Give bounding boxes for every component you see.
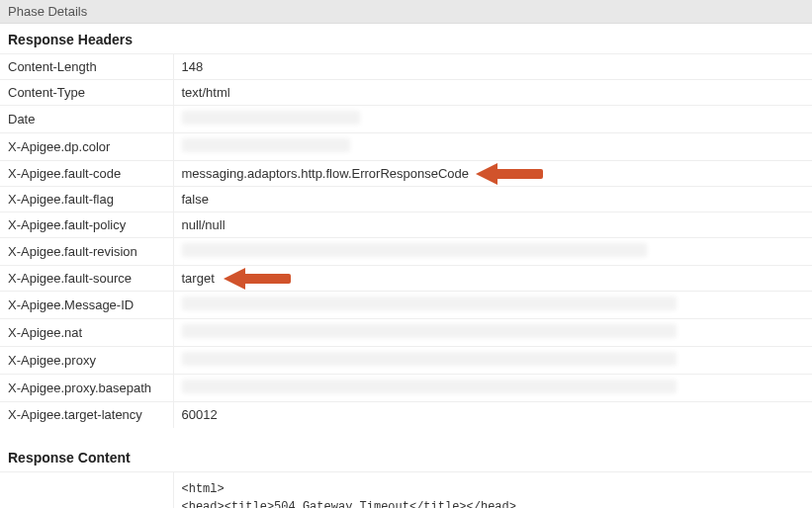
header-key: X-Apigee.fault-policy — [0, 212, 173, 238]
header-value: text/html — [173, 80, 812, 106]
phase-details-header: Phase Details — [0, 0, 812, 24]
header-row: X-Apigee.proxy — [0, 347, 812, 375]
header-value — [173, 375, 812, 402]
header-key: X-Apigee.nat — [0, 319, 173, 347]
redacted-value — [182, 243, 647, 257]
redacted-value — [182, 111, 360, 125]
header-key: X-Apigee.target-latency — [0, 402, 173, 428]
body-value-cell: <html> <head><title>504 Gateway Timeout<… — [173, 471, 812, 508]
header-key: Date — [0, 106, 173, 133]
header-key: X-Apigee.fault-flag — [0, 187, 173, 212]
svg-rect-1 — [496, 169, 543, 179]
svg-marker-0 — [476, 163, 497, 185]
header-key: X-Apigee.proxy.basepath — [0, 375, 173, 402]
redacted-value — [182, 352, 677, 366]
header-key: Content-Type — [0, 80, 173, 106]
header-value — [173, 106, 812, 133]
callout-arrow-icon — [476, 161, 545, 187]
response-headers-table: Content-Length148Content-Typetext/htmlDa… — [0, 53, 812, 428]
phase-details-title: Phase Details — [8, 4, 87, 19]
response-content-title: Response Content — [0, 442, 812, 471]
body-row: Body <html> <head><title>504 Gateway Tim… — [0, 471, 812, 508]
header-key: X-Apigee.dp.color — [0, 133, 173, 161]
header-value: messaging.adaptors.http.flow.ErrorRespon… — [173, 161, 812, 187]
redacted-value — [182, 380, 677, 393]
redacted-value — [182, 296, 677, 310]
header-value — [173, 133, 812, 161]
svg-rect-3 — [243, 274, 291, 284]
header-value — [173, 347, 812, 375]
header-row: X-Apigee.target-latency60012 — [0, 402, 812, 428]
header-row: X-Apigee.fault-sourcetarget — [0, 266, 812, 292]
redacted-value — [182, 324, 677, 338]
header-row: X-Apigee.nat — [0, 319, 812, 347]
response-content-table: Body <html> <head><title>504 Gateway Tim… — [0, 471, 812, 509]
header-value: false — [173, 187, 812, 212]
header-row: Content-Typetext/html — [0, 80, 812, 106]
header-row: X-Apigee.fault-flagfalse — [0, 187, 812, 212]
body-content: <html> <head><title>504 Gateway Timeout<… — [182, 480, 805, 509]
header-row: Content-Length148 — [0, 54, 812, 80]
header-row: X-Apigee.fault-codemessaging.adaptors.ht… — [0, 161, 812, 187]
header-value: target — [173, 266, 812, 292]
header-row: X-Apigee.proxy.basepath — [0, 375, 812, 402]
callout-arrow-icon — [224, 266, 293, 292]
header-value: 60012 — [173, 402, 812, 428]
header-row: X-Apigee.fault-policynull/null — [0, 212, 812, 238]
header-key: Content-Length — [0, 54, 173, 80]
redacted-value — [182, 138, 350, 152]
header-value — [173, 319, 812, 347]
header-key: X-Apigee.proxy — [0, 347, 173, 375]
header-value-text: text/html — [182, 85, 230, 100]
header-value-text: target — [182, 271, 215, 286]
header-value — [173, 238, 812, 266]
header-value-text: null/null — [182, 217, 226, 232]
header-key: X-Apigee.fault-revision — [0, 238, 173, 266]
svg-marker-2 — [224, 268, 245, 290]
header-value: 148 — [173, 54, 812, 80]
header-row: X-Apigee.Message-ID — [0, 292, 812, 319]
header-value-text: 148 — [182, 59, 204, 74]
header-key: X-Apigee.fault-code — [0, 161, 173, 187]
header-value-text: messaging.adaptors.http.flow.ErrorRespon… — [182, 166, 470, 181]
header-value-text: false — [182, 192, 209, 207]
header-key: X-Apigee.fault-source — [0, 266, 173, 292]
header-value: null/null — [173, 212, 812, 238]
header-row: X-Apigee.fault-revision — [0, 238, 812, 266]
header-row: X-Apigee.dp.color — [0, 133, 812, 161]
header-value-text: 60012 — [182, 407, 218, 422]
response-headers-title: Response Headers — [0, 24, 812, 53]
header-key: X-Apigee.Message-ID — [0, 292, 173, 319]
header-value — [173, 292, 812, 319]
body-label: Body — [0, 471, 173, 508]
header-row: Date — [0, 106, 812, 133]
